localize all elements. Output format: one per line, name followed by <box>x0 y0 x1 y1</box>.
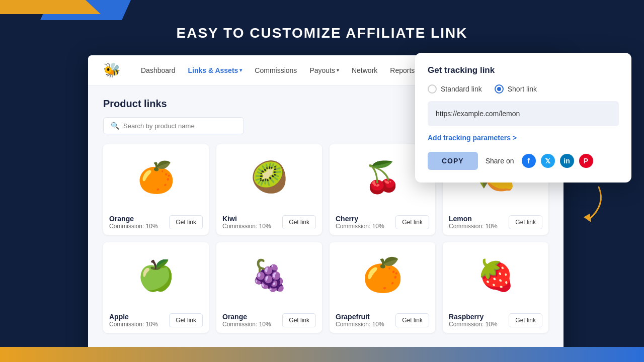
product-commission-apple: Commission: 10% <box>109 321 158 328</box>
nav-links-assets[interactable]: Links & Assets ▾ <box>188 66 243 74</box>
product-image-kiwi: 🥝 <box>216 144 322 210</box>
product-name-cherry: Cherry <box>336 215 384 223</box>
popup-actions: COPY Share on f 𝕏 in P <box>428 152 619 170</box>
product-image-grapes: 🍇 <box>216 242 322 308</box>
chevron-down-icon: ▾ <box>239 67 242 73</box>
product-info-orange: Orange Commission: 10% Get link <box>103 210 209 235</box>
get-link-cherry[interactable]: Get link <box>395 215 429 229</box>
standard-link-radio[interactable] <box>428 84 437 94</box>
product-card-apple: 🍏 Apple Commission: 10% Get link <box>103 242 209 333</box>
search-bar: 🔍 <box>103 117 244 134</box>
product-info-grapefruit: Grapefruit Commission: 10% Get link <box>330 308 435 333</box>
product-commission-grapefruit: Commission: 10% <box>336 321 384 328</box>
product-card-raspberry: 🍓 Raspberry Commission: 10% Get link <box>443 242 548 333</box>
get-link-lemon[interactable]: Get link <box>509 215 542 229</box>
product-name-grapefruit: Grapefruit <box>336 313 384 321</box>
product-image-grapefruit: 🍊 <box>330 242 435 308</box>
short-link-radio[interactable] <box>495 84 504 94</box>
standard-link-label: Standard link <box>441 85 482 93</box>
product-image-orange: 🍊 <box>103 144 209 210</box>
product-card-grapefruit: 🍊 Grapefruit Commission: 10% Get link <box>330 242 435 333</box>
product-commission-kiwi: Commission: 10% <box>222 223 271 230</box>
page-title: EASY TO CUSTOMIZE AFFILIATE LINK <box>0 25 644 41</box>
link-url-text: https://example.com/lemon <box>436 110 520 118</box>
copy-button[interactable]: COPY <box>428 152 478 170</box>
product-name-apple: Apple <box>109 313 158 321</box>
nav-reports[interactable]: Reports <box>390 66 415 74</box>
corner-decoration-orange <box>0 0 101 14</box>
product-info-lemon: Lemon Commission: 10% Get link <box>443 210 548 235</box>
product-name-lemon: Lemon <box>449 215 498 223</box>
product-info-grapes: Orange Commission: 10% Get link <box>216 308 322 333</box>
product-name-raspberry: Raspberry <box>449 313 498 321</box>
product-commission-orange: Commission: 10% <box>109 223 158 230</box>
product-card-kiwi: 🥝 Kiwi Commission: 10% Get link <box>216 144 322 235</box>
product-card-orange: 🍊 Orange Commission: 10% Get link <box>103 144 209 235</box>
link-display: https://example.com/lemon <box>428 101 619 126</box>
product-info-kiwi: Kiwi Commission: 10% Get link <box>216 210 322 235</box>
search-icon: 🔍 <box>111 122 119 130</box>
get-link-grapefruit[interactable]: Get link <box>395 313 429 327</box>
nav-commissions[interactable]: Commissions <box>255 66 297 74</box>
linkedin-share-icon[interactable]: in <box>560 154 574 168</box>
short-link-option[interactable]: Short link <box>495 84 537 94</box>
product-info-cherry: Cherry Commission: 10% Get link <box>330 210 435 235</box>
nav-network[interactable]: Network <box>352 66 377 74</box>
product-commission-raspberry: Commission: 10% <box>449 321 498 328</box>
share-text: Share on <box>486 157 514 165</box>
svg-marker-0 <box>584 214 591 222</box>
product-image-apple: 🍏 <box>103 242 209 308</box>
radio-selected-dot <box>497 87 501 91</box>
link-type-radio-group: Standard link Short link <box>428 84 619 94</box>
tracking-popup: Get tracking link Standard link Short li… <box>415 53 631 183</box>
product-commission-lemon: Commission: 10% <box>449 223 498 230</box>
social-icons: f 𝕏 in P <box>522 154 593 168</box>
nav-dashboard[interactable]: Dashboard <box>141 66 176 74</box>
arrow-icon <box>579 185 609 227</box>
facebook-share-icon[interactable]: f <box>522 154 536 168</box>
bottom-bar <box>0 347 644 362</box>
search-input[interactable] <box>123 122 236 130</box>
product-card-grapes: 🍇 Orange Commission: 10% Get link <box>216 242 322 333</box>
logo-icon: 🐝 <box>103 62 121 78</box>
short-link-label: Short link <box>508 85 537 93</box>
product-commission-grapes: Commission: 10% <box>222 321 271 328</box>
chevron-down-icon: ▾ <box>337 67 339 73</box>
product-commission-cherry: Commission: 10% <box>336 223 384 230</box>
get-link-orange[interactable]: Get link <box>169 215 203 229</box>
nav-payouts[interactable]: Payouts ▾ <box>309 66 339 74</box>
popup-title: Get tracking link <box>428 65 619 75</box>
product-info-raspberry: Raspberry Commission: 10% Get link <box>443 308 548 333</box>
product-image-raspberry: 🍓 <box>443 242 548 308</box>
get-link-apple[interactable]: Get link <box>169 313 203 327</box>
get-link-grapes[interactable]: Get link <box>282 313 316 327</box>
tracking-params-link[interactable]: Add tracking parameters > <box>428 134 619 142</box>
product-name-kiwi: Kiwi <box>222 215 271 223</box>
standard-link-option[interactable]: Standard link <box>428 84 482 94</box>
logo: 🐝 <box>103 62 121 78</box>
get-link-raspberry[interactable]: Get link <box>509 313 542 327</box>
product-info-apple: Apple Commission: 10% Get link <box>103 308 209 333</box>
get-link-kiwi[interactable]: Get link <box>282 215 316 229</box>
product-name-grapes: Orange <box>222 313 271 321</box>
twitter-share-icon[interactable]: 𝕏 <box>541 154 555 168</box>
product-name-orange: Orange <box>109 215 158 223</box>
pinterest-share-icon[interactable]: P <box>579 154 593 168</box>
